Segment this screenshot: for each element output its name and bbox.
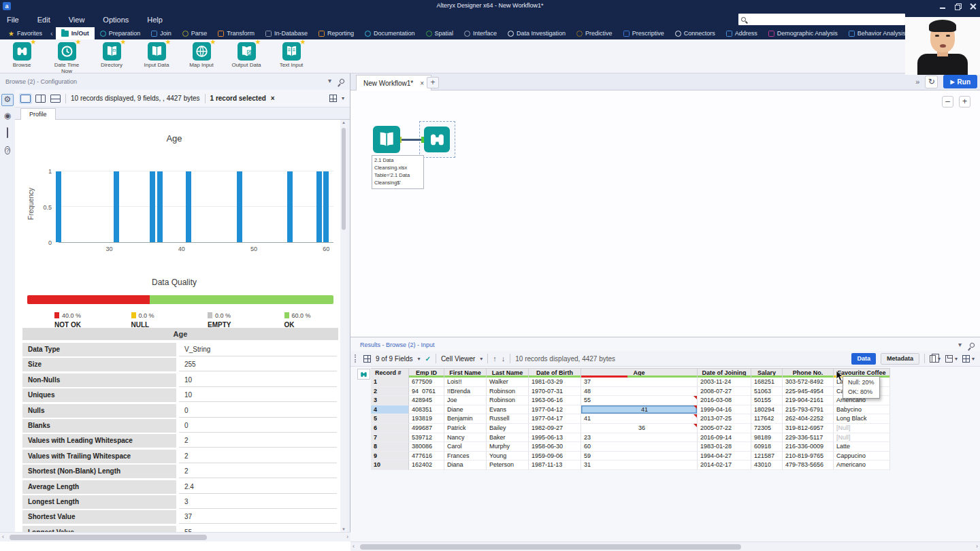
- ribbon-tab-behavior-analysis[interactable]: Behavior Analysis: [843, 27, 911, 39]
- cell-salary[interactable]: 168251: [751, 378, 783, 387]
- cell-emp[interactable]: 162402: [409, 461, 444, 470]
- ribbon-tab-parse[interactable]: Parse: [177, 27, 213, 39]
- cell-doj[interactable]: 1983-01-28: [698, 442, 751, 452]
- search-input[interactable]: [738, 14, 905, 25]
- cell-first[interactable]: Diana: [444, 461, 487, 470]
- cell-salary[interactable]: 60918: [751, 442, 783, 452]
- cell-salary[interactable]: 121587: [751, 452, 783, 461]
- row-number[interactable]: 6: [371, 424, 409, 433]
- config-horizontal-scrollbar[interactable]: ‹ ›: [0, 532, 350, 541]
- cell-dob[interactable]: 1982-09-27: [529, 424, 581, 433]
- cell-emp[interactable]: 380086: [409, 442, 444, 452]
- metadata-button[interactable]: Metadata: [881, 353, 919, 365]
- age-cell[interactable]: 37: [581, 378, 698, 387]
- cell-coffee[interactable]: [Null]: [834, 424, 890, 433]
- data-button[interactable]: Data: [851, 353, 876, 365]
- scroll-left-icon[interactable]: ‹: [353, 543, 355, 550]
- cell-phone[interactable]: 262-404-2252: [783, 414, 834, 424]
- more-chevrons-icon[interactable]: »: [915, 78, 919, 86]
- cell-phone[interactable]: 479-783-5656: [783, 461, 834, 470]
- cell-salary[interactable]: 117642: [751, 414, 783, 424]
- age-cell[interactable]: 23: [581, 433, 698, 443]
- cell-last[interactable]: Baker: [487, 433, 529, 443]
- open-in-window-button[interactable]: ▾: [962, 355, 975, 363]
- scroll-thumb[interactable]: [10, 535, 207, 540]
- table-row[interactable]: 1677509Lois!!Walker1981-03-29372003-11-2…: [371, 378, 890, 387]
- cell-phone[interactable]: 219-904-2161: [783, 396, 834, 405]
- row-number[interactable]: 7: [371, 433, 409, 443]
- tool-text-input[interactable]: ★ Text Input: [275, 39, 308, 73]
- row-number[interactable]: 9: [371, 452, 409, 461]
- cell-first[interactable]: Lois!!: [444, 378, 487, 387]
- cell-salary[interactable]: 43010: [751, 461, 783, 470]
- age-cell[interactable]: 48: [581, 387, 698, 397]
- cell-dob[interactable]: 1959-09-06: [529, 452, 581, 461]
- cell-coffee[interactable]: Babycino: [834, 405, 890, 415]
- table-row[interactable]: 8380086CarolMurphy1958-06-30601983-01-28…: [371, 442, 890, 452]
- column-header-age[interactable]: Age: [581, 368, 698, 378]
- age-cell[interactable]: 41: [581, 414, 698, 424]
- ribbon-tab-prescriptive[interactable]: Prescriptive: [618, 27, 670, 39]
- run-button[interactable]: ▶ Run: [943, 75, 977, 88]
- ribbon-tab-documentation[interactable]: Documentation: [359, 27, 421, 39]
- input-data-tool[interactable]: [373, 126, 400, 153]
- cell-first[interactable]: Carol: [444, 442, 487, 452]
- cell-viewer-caret-icon[interactable]: ▾: [480, 356, 483, 362]
- cell-phone[interactable]: 229-336-5117: [783, 433, 834, 443]
- row-number[interactable]: 10: [371, 461, 409, 470]
- cell-doj[interactable]: 1994-04-27: [698, 452, 751, 461]
- cell-coffee[interactable]: Latte: [834, 442, 890, 452]
- table-row[interactable]: 4408351DianeEvans1977-04-12411999-04-161…: [371, 405, 890, 415]
- cell-phone[interactable]: 303-572-8492: [783, 378, 834, 387]
- save-button[interactable]: ▾: [945, 355, 958, 363]
- age-cell[interactable]: 60: [581, 442, 698, 452]
- ribbon-tab-join[interactable]: Join: [146, 27, 177, 39]
- cell-emp[interactable]: 477616: [409, 452, 444, 461]
- ribbon-tab-predictive[interactable]: Predictive: [571, 27, 618, 39]
- cell-last[interactable]: Russell: [487, 414, 529, 424]
- cell-salary[interactable]: 180294: [751, 405, 783, 415]
- help-icon[interactable]: ?: [1, 145, 14, 157]
- age-cell[interactable]: 55: [581, 396, 698, 405]
- row-number[interactable]: 2: [371, 387, 409, 397]
- menu-view[interactable]: View: [69, 16, 85, 24]
- cell-first[interactable]: Joe: [444, 396, 487, 405]
- close-tab-icon[interactable]: ×: [420, 80, 424, 87]
- cell-dob[interactable]: 1958-06-30: [529, 442, 581, 452]
- cell-doj[interactable]: 2013-07-25: [698, 414, 751, 424]
- column-header-emp-id[interactable]: Emp ID: [409, 368, 444, 378]
- column-header-last-name[interactable]: Last Name: [487, 368, 529, 378]
- scroll-thumb[interactable]: [360, 544, 741, 550]
- layout-columns-icon[interactable]: [35, 95, 46, 103]
- ribbon-tab-data-investigation[interactable]: Data Investigation: [502, 27, 571, 39]
- cell-doj[interactable]: 2016-09-14: [698, 433, 751, 443]
- zoom-out-button[interactable]: –: [942, 96, 953, 107]
- column-header-date-of-joining[interactable]: Date of Joining: [698, 368, 751, 378]
- cell-doj[interactable]: 2016-03-08: [698, 396, 751, 405]
- cell-salary[interactable]: 72305: [751, 424, 783, 433]
- copy-button[interactable]: ▾: [930, 355, 941, 363]
- collapse-palette-icon[interactable]: ‹: [48, 27, 56, 39]
- fields-dropdown[interactable]: 9 of 9 Fields: [376, 355, 412, 363]
- pin-icon[interactable]: [969, 341, 976, 348]
- tab-profile[interactable]: Profile: [20, 108, 56, 120]
- results-horizontal-scrollbar[interactable]: ‹ ›: [350, 541, 980, 551]
- collapse-chevron-icon[interactable]: ▾: [328, 77, 331, 85]
- cell-first[interactable]: Benjamin: [444, 414, 487, 424]
- table-row[interactable]: 7539712NancyBaker1995-06-13232016-09-149…: [371, 433, 890, 443]
- cell-dob[interactable]: 1963-06-16: [529, 396, 581, 405]
- cell-dob[interactable]: 1977-04-17: [529, 414, 581, 424]
- table-row[interactable]: 9477616FrancesYoung1959-09-06591994-04-2…: [371, 452, 890, 461]
- connection-line[interactable]: [401, 139, 424, 141]
- scroll-up-icon[interactable]: ▲: [340, 120, 347, 124]
- ribbon-tab-demographic-analysis[interactable]: Demographic Analysis: [763, 27, 843, 39]
- table-row[interactable]: 6499687PatrickBailey1982-09-27362005-07-…: [371, 424, 890, 433]
- tool-directory[interactable]: ★ Directory: [95, 39, 128, 73]
- close-icon[interactable]: [969, 3, 976, 10]
- target-icon[interactable]: ◉: [1, 111, 14, 123]
- scroll-right-icon[interactable]: ›: [346, 533, 348, 540]
- cell-last[interactable]: Walker: [487, 378, 529, 387]
- column-header-date-of-birth[interactable]: Date of Birth: [529, 368, 581, 378]
- ribbon-tab-favorites[interactable]: ★ Favorites: [3, 27, 48, 39]
- cell-first[interactable]: !!Brenda: [444, 387, 487, 397]
